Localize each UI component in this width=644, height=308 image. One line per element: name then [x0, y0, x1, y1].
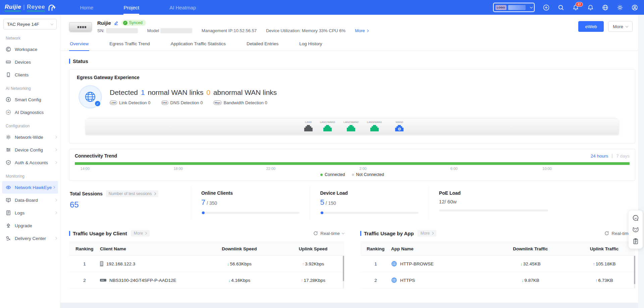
nav-item-ai-heatmap[interactable]: AI Heatmap [169, 0, 196, 15]
chevron-down-icon [626, 24, 628, 27]
test-sessions-badge-text: Number of test sessions [109, 191, 152, 196]
range-7-days[interactable]: 7 days [616, 153, 630, 159]
switch-icon [100, 279, 106, 282]
fox-feedback-icon[interactable] [632, 226, 639, 233]
sidebar-item-label: Upgrade [15, 223, 32, 228]
sync-status-text: Synced [129, 20, 143, 25]
online-clients-progress [201, 212, 300, 214]
chat-bubble-icon[interactable] [632, 214, 639, 221]
client-realtime-dropdown[interactable]: Real-time [313, 231, 344, 236]
scrollbar-thumb[interactable] [343, 256, 344, 281]
sidebar-item-ai-diagnostics[interactable]: AI AI Diagnostics [0, 106, 60, 119]
downlink-cell: 32.45KB [523, 261, 541, 266]
wan-detection-headline: Detected 1 normal WAN links 0 abnormal W… [110, 88, 277, 97]
nav-item-project[interactable]: Project [123, 0, 139, 15]
sidebar-item-label: Clients [15, 72, 29, 77]
hawkeye-eye-icon [6, 185, 11, 190]
rj45-port-icon [323, 125, 332, 131]
port-lan1-wan3: LAN1/WAN3 [320, 121, 335, 131]
tab-application-traffic-statistics[interactable]: Application Traffic Statistics [170, 37, 226, 51]
content-bottom-strip [60, 303, 638, 308]
add-project-icon[interactable] [543, 4, 549, 11]
sidebar-item-data-board[interactable]: Data-Board [0, 194, 60, 206]
sidebar-item-upgrade[interactable]: Upgrade [0, 219, 60, 232]
sidebar-item-workspace[interactable]: Workspace [0, 43, 60, 56]
search-icon[interactable] [558, 4, 564, 11]
connectivity-trend-card: Connectivity Trend 24 hours 7 days 14:00… [69, 149, 635, 181]
online-clients-label: Online Clients [201, 190, 233, 196]
edit-pencil-icon[interactable] [114, 21, 118, 25]
chevron-right-icon [54, 148, 57, 151]
sidebar-item-device-config[interactable]: Device Config [0, 143, 60, 156]
language-globe-icon[interactable] [602, 4, 608, 11]
total-sessions-value: 65 [70, 200, 181, 209]
refresh-icon [313, 231, 318, 236]
brand-primary: Ruijie [5, 4, 21, 11]
nav-item-home[interactable]: Home [80, 0, 93, 15]
device-thumbnail [69, 22, 92, 31]
chevron-right-icon [54, 211, 57, 214]
app-more-button[interactable]: More [418, 230, 436, 237]
scrollbar-thumb[interactable] [634, 256, 635, 284]
project-selector[interactable]: TAC Reyee 14F [3, 19, 57, 29]
sn-label: SN: [97, 28, 105, 33]
sidebar-item-smart-config[interactable]: Smart Config [0, 93, 60, 106]
phone-icon [100, 261, 103, 266]
connectivity-legend: Connected Not Connected [75, 172, 630, 178]
rank-cell: 1 [69, 261, 100, 266]
tab-egress-traffic-trend[interactable]: Egress Traffic Trend [109, 37, 151, 51]
sidebar: TAC Reyee 14F Network Workspace Devices … [0, 15, 60, 308]
main-nav: Home Project AI Heatmap [80, 0, 196, 15]
sidebar-item-logs[interactable]: Logs [0, 206, 60, 219]
sidebar-item-network-hawkeye[interactable]: Network HawkEye [2, 181, 58, 194]
alarm-bell-icon[interactable]: 27 [573, 4, 579, 11]
sidebar-item-delivery-center[interactable]: Delivery Center [0, 232, 60, 245]
device-more-link[interactable]: More [355, 28, 368, 33]
tick-22-00: 22:00 [266, 167, 276, 171]
project-search-box[interactable]: LOGO [493, 3, 535, 12]
redacted-sn-value [106, 28, 138, 33]
down-arrow-icon: ↓ [522, 278, 524, 283]
device-header: Ruijie ✓ Synced SN: Model Managem [60, 15, 644, 37]
sidebar-section-monitoring: Monitoring [0, 169, 60, 181]
col-downlink-speed: Downlink Speed [197, 246, 282, 251]
chevron-right-icon [431, 232, 434, 235]
client-title-text: Traffic Usage by Client [73, 231, 127, 236]
up-arrow-icon: ↑ [302, 261, 305, 266]
settings-gear-icon[interactable] [617, 4, 623, 11]
network-wide-gear-icon [6, 134, 11, 140]
test-sessions-badge[interactable]: Number of test sessions [106, 190, 158, 197]
port-lan2-wan2: LAN2/WAN2 [343, 121, 359, 131]
device-name: Ruijie [97, 20, 111, 26]
down-arrow-icon: ↓ [520, 261, 523, 266]
sidebar-item-network-wide[interactable]: Network-Wide [0, 131, 60, 143]
ai-diagnostics-icon: AI [6, 110, 11, 115]
sidebar-item-label: Workspace [15, 47, 37, 52]
device-load-value: 5 [320, 198, 324, 207]
sidebar-item-clients[interactable]: Clients [0, 68, 60, 81]
range-24-hours[interactable]: 24 hours [591, 153, 608, 159]
redacted-search-text [508, 5, 526, 10]
logo-chip: LOGO [495, 5, 506, 10]
tab-overview[interactable]: Overview [69, 37, 89, 51]
client-more-button[interactable]: More [131, 230, 150, 237]
project-selector-value: TAC Reyee 14F [7, 22, 39, 27]
sidebar-item-label: AI Diagnostics [15, 110, 44, 115]
port-label: LAN1/WAN3 [320, 121, 335, 124]
app-globe-icon [391, 277, 397, 283]
notification-bell-icon[interactable] [587, 4, 594, 11]
col-ranking: Ranking [69, 246, 100, 251]
clipboard-icon[interactable] [632, 238, 639, 245]
sliders-icon [6, 147, 11, 152]
page-scrollbar[interactable] [638, 15, 644, 308]
eweb-button[interactable]: eWeb [578, 21, 604, 32]
sidebar-item-devices[interactable]: Devices [0, 56, 60, 68]
sidebar-item-label: Device Config [15, 147, 43, 152]
sidebar-item-auth-accounts[interactable]: Auth & Accounts [0, 156, 60, 169]
account-icon[interactable] [632, 4, 638, 11]
tab-log-history[interactable]: Log History [299, 37, 323, 51]
more-dropdown-button[interactable]: More [608, 21, 633, 32]
tab-detailed-entries[interactable]: Detailed Entries [246, 37, 279, 51]
link-detection-icon: LINK [110, 101, 117, 105]
uplink-cell: 105.18KB [596, 261, 615, 266]
